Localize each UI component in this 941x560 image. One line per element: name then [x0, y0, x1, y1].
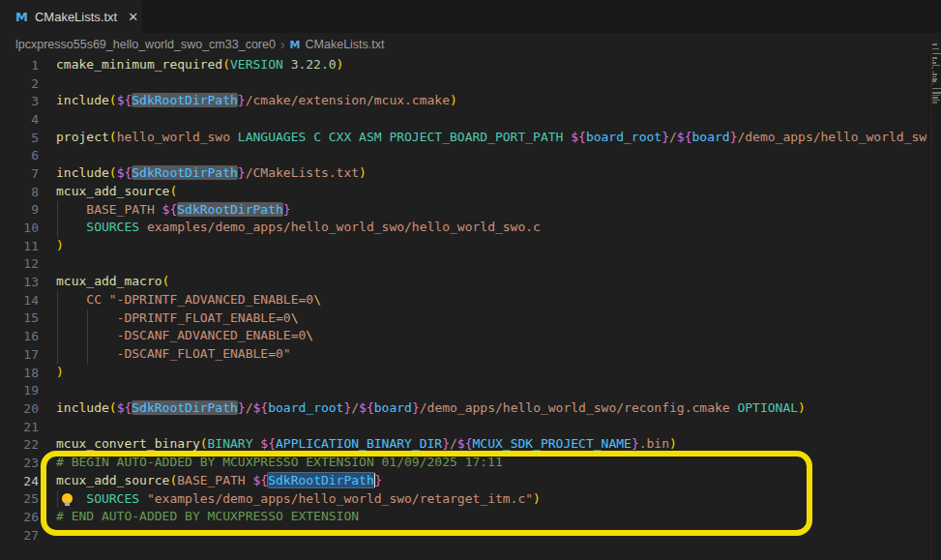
- code-token-str: /demo_apps/hello_world_swo: [737, 130, 927, 144]
- code-line[interactable]: 21: [0, 418, 927, 436]
- line-number: 16: [0, 329, 39, 343]
- code-line[interactable]: 2: [0, 74, 927, 93]
- code-token-txt: [56, 220, 86, 234]
- minimap-line-mark: [932, 102, 937, 103]
- code-token-brace: }: [374, 473, 382, 487]
- code-token-str: BASE_PATH: [177, 473, 245, 487]
- tab-label: CMakeLists.txt: [35, 10, 117, 24]
- code-token-txt: [56, 346, 117, 361]
- tab-close-icon[interactable]: ✕: [128, 10, 138, 24]
- code-token-fn: mcux_convert_binary: [56, 436, 200, 451]
- lightbulb-code-action-icon[interactable]: [62, 493, 73, 504]
- line-number: 26: [0, 510, 39, 524]
- code-token-txt: [155, 202, 162, 217]
- code-token-brace: ${: [359, 400, 374, 415]
- code-token-brace: ${: [162, 202, 178, 217]
- code-line[interactable]: 23# BEGIN AUTO-ADDED BY MCUXPRESSO EXTEN…: [0, 454, 927, 472]
- code-line[interactable]: 10 SOURCES examples/demo_apps/hello_worl…: [0, 219, 927, 237]
- line-number: 3: [0, 94, 39, 108]
- code-token-brace: ${: [117, 400, 132, 415]
- code-token-brace: }: [662, 130, 669, 144]
- code-token-fn: include: [56, 400, 109, 415]
- code-line[interactable]: 18): [0, 364, 927, 382]
- code-line[interactable]: 7include(${SdkRootDirPath}/CMakeLists.tx…: [0, 164, 927, 183]
- code-token-str: examples/demo_apps/hello_world_swo/hello…: [147, 220, 541, 234]
- line-number: 14: [0, 293, 39, 308]
- code-token-esc: \: [313, 292, 321, 307]
- code-token-cmt: # BEGIN AUTO-ADDED BY MCUXPRESSO EXTENSI…: [56, 455, 503, 469]
- code-line[interactable]: 19: [0, 381, 927, 399]
- line-number: 4: [0, 112, 39, 127]
- indent-guide: [57, 309, 58, 328]
- breadcrumb-folder[interactable]: lpcxpresso55s69_hello_world_swo_cm33_cor…: [15, 38, 276, 51]
- code-line[interactable]: 8mcux_add_source(: [0, 183, 927, 201]
- code-token-str: -DSCANF_FLOAT_ENABLE=0": [117, 346, 291, 361]
- line-number: 1: [0, 58, 39, 73]
- code-token-fn: include: [56, 93, 109, 107]
- code-line[interactable]: 11): [0, 237, 927, 255]
- code-token-paren: ): [798, 400, 806, 415]
- code-token-txt: [56, 292, 86, 307]
- code-token-brace: ${: [117, 165, 132, 180]
- code-line[interactable]: 9 BASE_PATH ${SdkRootDirPath}: [0, 201, 927, 220]
- code-token-cmt: # END AUTO-ADDED BY MCUXPRESSO EXTENSION: [56, 509, 359, 523]
- line-number: 9: [0, 202, 39, 217]
- code-token-paren: (: [109, 93, 117, 107]
- code-line[interactable]: 6: [0, 146, 927, 164]
- line-number: 18: [0, 366, 39, 380]
- code-token-kw: BINARY: [208, 436, 253, 451]
- code-line[interactable]: 20include(${SdkRootDirPath}/${board_root…: [0, 399, 927, 418]
- code-token-str: .bin: [639, 436, 669, 451]
- code-line[interactable]: 26# END AUTO-ADDED BY MCUXPRESSO EXTENSI…: [0, 508, 927, 526]
- code-token-kw: SOURCES: [86, 220, 139, 234]
- code-token-varhl: SdkRootDirPath: [177, 202, 283, 217]
- code-token-var: board_root: [268, 400, 343, 415]
- indent-guide: [57, 219, 58, 237]
- code-line[interactable]: 13mcux_add_macro(: [0, 273, 927, 291]
- code-token-varsel: SdkRootDirPath: [268, 473, 374, 487]
- minimap-line-mark: [932, 80, 936, 82]
- minimap-line-mark: [932, 62, 936, 64]
- code-line[interactable]: 3include(${SdkRootDirPath}/cmake/extensi…: [0, 92, 927, 110]
- code-token-txt: [56, 328, 117, 342]
- code-token-paren: (: [169, 184, 177, 198]
- code-line[interactable]: 27: [0, 526, 927, 545]
- minimap-line-mark: [932, 67, 933, 69]
- minimap[interactable]: [930, 55, 941, 560]
- code-line[interactable]: 22mcux_convert_binary(BINARY ${APPLICATI…: [0, 435, 927, 454]
- line-number: 17: [0, 347, 39, 362]
- indent-guide: [87, 345, 88, 364]
- minimap-line-mark: [932, 88, 941, 90]
- code-line[interactable]: 15 -DPRINTF_FLOAT_ENABLE=0\: [0, 309, 927, 328]
- code-token-paren: ): [669, 436, 677, 451]
- code-line[interactable]: 24mcux_add_source(BASE_PATH ${SdkRootDir…: [0, 472, 927, 490]
- code-token-paren: (: [109, 400, 117, 415]
- indent-guide: [57, 345, 58, 364]
- breadcrumb-file[interactable]: CMakeLists.txt: [306, 38, 385, 51]
- indent-guide: [87, 309, 88, 328]
- code-line[interactable]: 16 -DSCANF_ADVANCED_ENABLE=0\: [0, 327, 927, 345]
- code-line[interactable]: 25 SOURCES "examples/demo_apps/hello_wor…: [0, 490, 927, 509]
- tab-cmakelists[interactable]: M CMakeLists.txt ✕: [0, 0, 143, 33]
- code-token-esc: \: [291, 310, 299, 325]
- code-token-brace: ${: [253, 473, 269, 487]
- code-token-paren: (: [222, 57, 230, 72]
- code-token-varhl: SdkRootDirPath: [132, 93, 238, 107]
- code-line[interactable]: 1cmake_minimum_required(VERSION 3.22.0): [0, 56, 927, 74]
- line-number: 12: [0, 256, 39, 271]
- code-line[interactable]: 4: [0, 110, 927, 129]
- code-token-str: -DSCANF_ADVANCED_ENABLE=0: [117, 328, 307, 342]
- line-number: 8: [0, 185, 39, 199]
- code-token-str: /: [246, 400, 253, 415]
- code-token-str: /: [351, 400, 359, 415]
- code-token-str: "examples/demo_apps/hello_world_swo/reta…: [147, 491, 533, 506]
- code-line[interactable]: 12: [0, 255, 927, 274]
- code-token-brace: }: [442, 436, 450, 451]
- code-token-paren: ): [337, 57, 344, 72]
- line-number: 20: [0, 401, 39, 416]
- code-editor[interactable]: 1cmake_minimum_required(VERSION 3.22.0)2…: [0, 55, 927, 560]
- code-line[interactable]: 17 -DSCANF_FLOAT_ENABLE=0": [0, 345, 927, 364]
- code-line[interactable]: 14 CC "-DPRINTF_ADVANCED_ENABLE=0\: [0, 291, 927, 309]
- code-line[interactable]: 5project(hello_world_swo LANGUAGES C CXX…: [0, 129, 927, 147]
- code-token-txt: [56, 310, 117, 325]
